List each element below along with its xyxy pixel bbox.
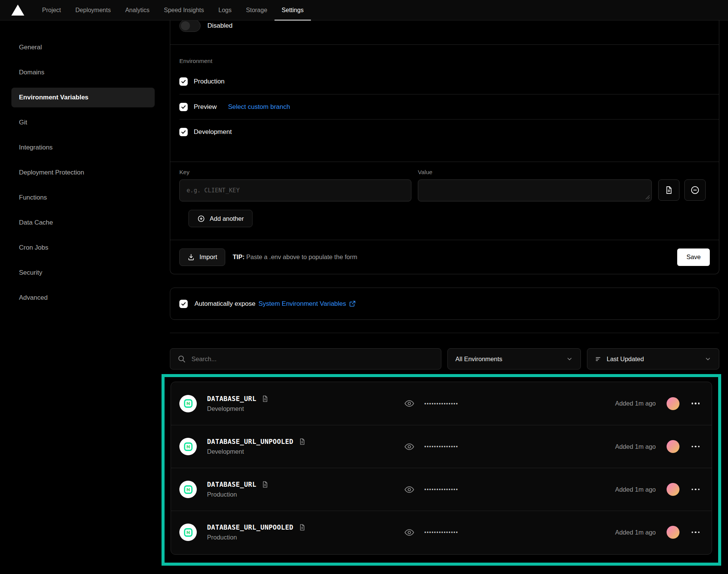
row-menu-button[interactable] bbox=[691, 443, 701, 450]
environment-checkbox[interactable] bbox=[179, 77, 188, 86]
nav-tab[interactable]: Logs bbox=[211, 0, 239, 20]
eye-icon bbox=[404, 527, 414, 538]
masked-value: •••••••••••••• bbox=[424, 401, 458, 407]
sidebar-item[interactable]: Git bbox=[11, 113, 155, 132]
import-button[interactable]: Import bbox=[179, 248, 225, 266]
section-divider bbox=[170, 333, 719, 333]
sidebar-item[interactable]: Environment Variables bbox=[11, 88, 155, 107]
sidebar-item[interactable]: Security bbox=[11, 263, 155, 283]
nav-tab[interactable]: Speed Insights bbox=[157, 0, 211, 20]
neon-integration-icon bbox=[179, 395, 197, 412]
search-icon bbox=[177, 355, 186, 363]
search-box bbox=[170, 348, 441, 370]
env-variable-row[interactable]: DATABASE_URL_UNPOOLED Production bbox=[171, 511, 712, 554]
search-input[interactable] bbox=[170, 348, 441, 370]
environment-checkbox-list: Production Preview Select custom branch bbox=[179, 69, 719, 144]
neon-integration-icon bbox=[179, 524, 197, 541]
environment-checkbox-row: Preview Select custom branch bbox=[179, 94, 719, 119]
top-nav: Project Deployments Analytics Speed Insi… bbox=[0, 0, 728, 20]
plus-circle-icon bbox=[197, 215, 205, 223]
variable-environment: Production bbox=[207, 534, 306, 541]
add-another-button[interactable]: Add another bbox=[188, 210, 253, 227]
reveal-value-button[interactable] bbox=[404, 442, 414, 452]
reveal-value-button[interactable] bbox=[404, 398, 414, 409]
reveal-value-button[interactable] bbox=[404, 527, 414, 538]
sort-select[interactable]: Last Updated bbox=[587, 348, 719, 370]
env-variables-list: DATABASE_URL Development bbox=[171, 382, 712, 555]
row-menu-button[interactable] bbox=[691, 400, 701, 407]
environment-filter-select[interactable]: All Environments bbox=[447, 348, 581, 370]
highlight-annotation: DATABASE_URL Development bbox=[162, 374, 721, 566]
sidebar-item[interactable]: Domains bbox=[11, 63, 155, 82]
document-value-button[interactable] bbox=[658, 179, 679, 201]
variable-note-icon bbox=[298, 438, 306, 445]
save-button[interactable]: Save bbox=[677, 248, 710, 266]
disabled-toggle-label: Disabled bbox=[207, 22, 232, 30]
sidebar-item[interactable]: Deployment Protection bbox=[11, 163, 155, 182]
masked-value: •••••••••••••• bbox=[424, 529, 458, 535]
select-custom-branch-link[interactable]: Select custom branch bbox=[228, 103, 290, 111]
variables-toolbar: All Environments Last Updated bbox=[170, 348, 719, 370]
variable-note-icon bbox=[298, 524, 306, 531]
key-input[interactable] bbox=[179, 179, 411, 201]
env-variable-row[interactable]: DATABASE_URL Development bbox=[171, 382, 712, 425]
sidebar-item[interactable]: Integrations bbox=[11, 138, 155, 157]
variable-environment: Development bbox=[207, 448, 306, 455]
environment-label: Preview bbox=[194, 103, 217, 111]
neon-integration-icon bbox=[179, 438, 197, 455]
key-value-section: Key Value bbox=[170, 162, 719, 227]
row-menu-button[interactable] bbox=[691, 486, 701, 493]
sidebar-item[interactable]: Data Cache bbox=[11, 213, 155, 233]
editor-footer: Import TIP: Paste a .env above to popula… bbox=[170, 240, 719, 274]
environment-section-label: Environment bbox=[179, 58, 719, 66]
system-env-link[interactable]: System Environment Variables bbox=[259, 300, 356, 308]
environment-label: Production bbox=[194, 78, 224, 85]
value-input-wrap bbox=[418, 179, 652, 201]
eye-icon bbox=[404, 442, 414, 452]
remove-row-button[interactable] bbox=[684, 179, 706, 201]
env-variable-row[interactable]: DATABASE_URL Production bbox=[171, 468, 712, 511]
neon-logo-icon bbox=[183, 442, 193, 452]
sidebar-item[interactable]: Advanced bbox=[11, 288, 155, 308]
nav-tab[interactable]: Project bbox=[35, 0, 68, 20]
masked-value: •••••••••••••• bbox=[424, 486, 458, 492]
nav-tab[interactable]: Deployments bbox=[68, 0, 118, 20]
minus-circle-icon bbox=[690, 185, 700, 195]
environment-checkbox[interactable] bbox=[179, 103, 188, 111]
variable-name: DATABASE_URL_UNPOOLED bbox=[207, 524, 293, 531]
row-menu-button[interactable] bbox=[691, 529, 701, 536]
vercel-logo-icon[interactable] bbox=[11, 5, 24, 16]
chevron-down-icon bbox=[704, 355, 711, 362]
env-variable-row[interactable]: DATABASE_URL_UNPOOLED Development bbox=[171, 425, 712, 468]
disabled-toggle[interactable] bbox=[179, 20, 201, 32]
variable-name: DATABASE_URL_UNPOOLED bbox=[207, 438, 293, 445]
masked-value: •••••••••••••• bbox=[424, 443, 458, 450]
variable-name: DATABASE_URL bbox=[207, 395, 256, 403]
system-env-checkbox[interactable] bbox=[179, 300, 188, 308]
eye-icon bbox=[404, 484, 414, 495]
check-icon bbox=[181, 301, 186, 307]
nav-tab[interactable]: Settings bbox=[275, 0, 311, 20]
environment-section: Environment Production bbox=[170, 58, 719, 144]
vercel-settings-page: Project Deployments Analytics Speed Insi… bbox=[0, 0, 728, 574]
sidebar-item[interactable]: Functions bbox=[11, 188, 155, 208]
value-input[interactable] bbox=[418, 179, 652, 201]
nav-tab[interactable]: Storage bbox=[239, 0, 275, 20]
system-env-card: Automatically exposeSystem Environment V… bbox=[170, 288, 719, 320]
toggle-knob bbox=[181, 21, 190, 30]
variable-note-icon bbox=[261, 481, 269, 488]
import-icon bbox=[187, 253, 195, 261]
added-timestamp: Added 1m ago bbox=[615, 400, 656, 407]
neon-logo-icon bbox=[183, 527, 193, 538]
user-avatar bbox=[667, 397, 679, 410]
check-icon bbox=[181, 129, 186, 135]
sidebar-item[interactable]: General bbox=[11, 38, 155, 57]
added-timestamp: Added 1m ago bbox=[615, 529, 656, 536]
sidebar-item[interactable]: Cron Jobs bbox=[11, 238, 155, 258]
environment-checkbox[interactable] bbox=[179, 128, 188, 136]
system-env-text: Automatically exposeSystem Environment V… bbox=[195, 300, 356, 308]
reveal-value-button[interactable] bbox=[404, 484, 414, 495]
disabled-toggle-row: Disabled bbox=[170, 20, 719, 45]
nav-tab[interactable]: Analytics bbox=[118, 0, 157, 20]
sort-icon bbox=[595, 355, 602, 363]
